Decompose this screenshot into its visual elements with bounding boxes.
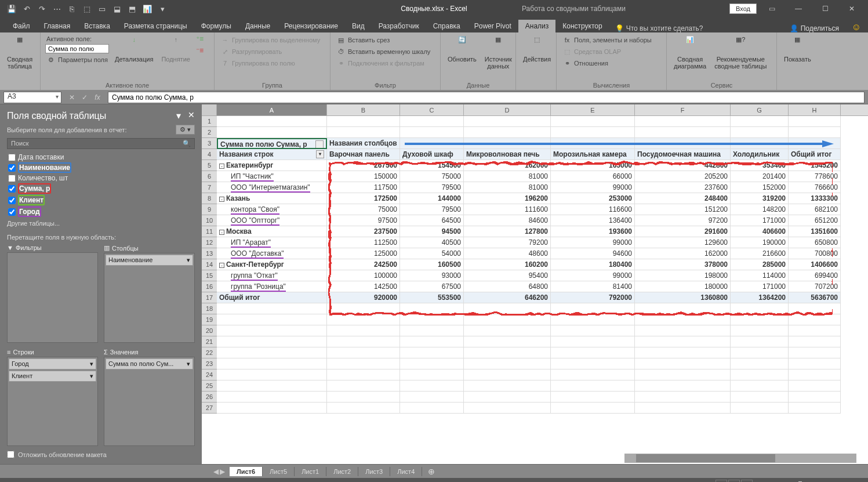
cell[interactable] — [400, 314, 464, 325]
cell[interactable] — [327, 336, 400, 347]
cell[interactable] — [464, 314, 551, 325]
cell[interactable] — [551, 392, 635, 403]
cell[interactable] — [635, 325, 731, 336]
cell[interactable] — [789, 347, 841, 358]
row-header[interactable]: 24 — [202, 369, 217, 380]
cell[interactable] — [635, 116, 731, 127]
cell[interactable]: 114000 — [731, 270, 789, 281]
cell[interactable]: 67500 — [400, 281, 464, 292]
cell[interactable] — [217, 325, 327, 336]
tab-powerpivot[interactable]: Power Pivot — [467, 20, 518, 32]
cell[interactable] — [327, 369, 400, 380]
cell[interactable] — [635, 392, 731, 403]
cell[interactable] — [731, 138, 789, 149]
ribbon-display-icon[interactable]: ▭ — [760, 2, 783, 16]
cell[interactable] — [400, 325, 464, 336]
cell[interactable]: 171000 — [731, 215, 789, 226]
rows-drop-area[interactable]: Город▾ Клиент▾ — [7, 357, 98, 447]
cell[interactable]: 700800 — [789, 248, 841, 259]
redo-icon[interactable]: ↷ — [35, 2, 49, 16]
tab-view[interactable]: Вид — [345, 20, 372, 32]
row-header[interactable]: 11 — [202, 226, 217, 237]
cell[interactable]: 79200 — [464, 237, 551, 248]
cell[interactable]: 646200 — [464, 292, 551, 303]
row-header[interactable]: 26 — [202, 392, 217, 403]
cell[interactable]: ООО "Интернетмагазин" — [217, 182, 327, 193]
cell[interactable] — [217, 369, 327, 380]
cell[interactable]: контора "Своя" — [217, 204, 327, 215]
cell[interactable] — [551, 314, 635, 325]
undo-icon[interactable]: ↶ — [20, 2, 34, 16]
cell[interactable]: 97200 — [635, 215, 731, 226]
cell[interactable] — [731, 303, 789, 314]
cell[interactable]: 442800 — [635, 160, 731, 171]
share-button[interactable]: 👤Поделиться — [790, 24, 839, 32]
field-item[interactable]: Наименование — [7, 162, 195, 173]
row-header[interactable]: 27 — [202, 403, 217, 414]
row-header[interactable]: 5 — [202, 160, 217, 171]
column-header[interactable]: F — [635, 104, 731, 115]
column-header[interactable]: H — [789, 104, 841, 115]
cell[interactable] — [551, 303, 635, 314]
cell[interactable] — [789, 336, 841, 347]
cell[interactable]: ООО "Доставка" — [217, 248, 327, 259]
cell[interactable] — [731, 347, 789, 358]
cell[interactable]: 378000 — [635, 259, 731, 270]
cell[interactable] — [635, 336, 731, 347]
cell[interactable]: 1333300 — [789, 193, 841, 204]
cell[interactable] — [400, 138, 464, 149]
cell[interactable] — [635, 303, 731, 314]
cell[interactable] — [400, 380, 464, 392]
cell[interactable] — [635, 127, 731, 138]
cell[interactable]: Посудомоечная машина — [635, 149, 731, 160]
cell[interactable] — [731, 392, 789, 403]
insert-timeline-button[interactable]: ⏱Вставить временную шкалу — [335, 46, 431, 57]
column-field-pill[interactable]: Наименование▾ — [106, 255, 193, 266]
row-header[interactable]: 1 — [202, 116, 217, 127]
cell[interactable] — [731, 314, 789, 325]
select-all-corner[interactable] — [202, 104, 217, 115]
cell[interactable]: Общий итог — [217, 292, 327, 303]
sheet-tab[interactable]: Лист5 — [263, 467, 295, 476]
cell[interactable] — [464, 358, 551, 369]
cell[interactable]: 95400 — [464, 270, 551, 281]
cell[interactable]: 54000 — [400, 248, 464, 259]
cell[interactable] — [400, 303, 464, 314]
cell[interactable]: 237500 — [327, 226, 400, 237]
cell[interactable]: Морозильная камера — [551, 149, 635, 160]
cell[interactable]: ИП "Арарат" — [217, 237, 327, 248]
field-search-input[interactable]: Поиск 🔍 — [7, 138, 195, 149]
cell[interactable]: 48600 — [464, 248, 551, 259]
tab-review[interactable]: Рецензирование — [277, 20, 345, 32]
cell[interactable] — [635, 138, 731, 149]
cell[interactable]: 151200 — [635, 204, 731, 215]
cell[interactable] — [635, 380, 731, 392]
cell[interactable] — [327, 392, 400, 403]
sheet-tab[interactable]: Лист4 — [390, 467, 422, 476]
cell[interactable] — [731, 336, 789, 347]
cell[interactable]: 319200 — [731, 193, 789, 204]
cell[interactable] — [551, 325, 635, 336]
sheet-tab[interactable]: Лист3 — [358, 467, 390, 476]
cell[interactable] — [789, 403, 841, 414]
drillup-button[interactable]: ↑Поднятие — [159, 35, 193, 64]
cell[interactable]: 285000 — [731, 259, 789, 270]
sheet-tab[interactable]: Лист2 — [326, 467, 358, 476]
filter-dropdown-icon[interactable] — [315, 140, 324, 148]
cell[interactable] — [400, 392, 464, 403]
cell[interactable] — [551, 127, 635, 138]
cell[interactable] — [327, 380, 400, 392]
qat-dropdown-icon[interactable]: ▾ — [155, 2, 169, 16]
cell[interactable] — [217, 303, 327, 314]
cell[interactable] — [551, 403, 635, 414]
collapse-icon[interactable]: - — [219, 164, 224, 169]
cell[interactable]: 1360800 — [635, 292, 731, 303]
cell[interactable]: 201400 — [731, 171, 789, 182]
cell[interactable] — [464, 336, 551, 347]
cell[interactable]: группа "Откат" — [217, 270, 327, 281]
olap-tools-button[interactable]: ⬚Средства OLAP — [561, 46, 653, 57]
cell[interactable]: 127800 — [464, 226, 551, 237]
cell[interactable] — [400, 127, 464, 138]
cell[interactable]: 66000 — [551, 171, 635, 182]
cell[interactable] — [327, 116, 400, 127]
